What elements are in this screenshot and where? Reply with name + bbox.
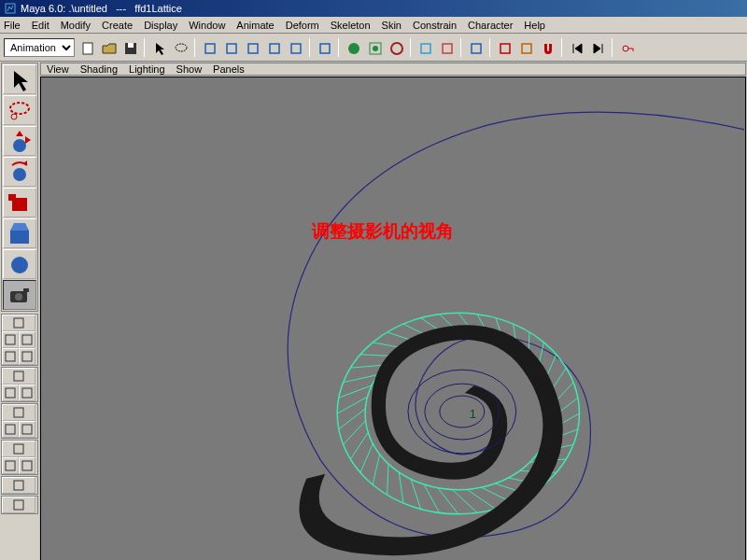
magnet-icon[interactable] [537, 37, 557, 58]
title-sep-dashes: --- [116, 3, 126, 14]
layout-two-side-l[interactable] [2, 385, 19, 401]
main-toolbar: Animation [0, 34, 747, 62]
svg-rect-15 [421, 44, 430, 53]
open-icon[interactable] [98, 37, 119, 58]
go-start-icon[interactable] [566, 37, 586, 58]
svg-rect-19 [522, 44, 531, 53]
svg-rect-1 [83, 43, 92, 54]
layout-four-view-br[interactable] [19, 348, 35, 365]
svg-rect-10 [320, 44, 330, 53]
menu-constrain[interactable]: Constrain [413, 20, 457, 31]
layout-four-view-tr[interactable] [19, 331, 35, 348]
select-tool[interactable] [3, 64, 36, 94]
scale-tool[interactable] [3, 188, 36, 217]
particle-icon[interactable] [436, 37, 457, 58]
svg-rect-46 [14, 481, 23, 490]
manip-tool[interactable] [3, 218, 36, 248]
snap-curve-icon[interactable] [220, 37, 241, 58]
svg-line-61 [424, 484, 439, 512]
menu-modify[interactable]: Modify [61, 20, 91, 31]
layout-script[interactable] [2, 477, 35, 494]
svg-rect-37 [14, 371, 23, 381]
svg-rect-7 [248, 44, 258, 53]
render-icon[interactable] [343, 37, 363, 58]
layout-two-side-r[interactable] [19, 385, 35, 401]
svg-rect-34 [22, 335, 32, 344]
input-conn-icon[interactable] [494, 37, 514, 58]
new-scene-icon[interactable] [77, 37, 97, 58]
svg-line-62 [411, 479, 421, 509]
viewmenu-view[interactable]: View [47, 63, 69, 75]
layout-four-view-tl[interactable] [2, 331, 19, 348]
menu-animate[interactable]: Animate [236, 20, 274, 31]
snap-plane-icon[interactable] [263, 37, 284, 58]
menu-window[interactable]: Window [189, 20, 225, 31]
svg-rect-9 [291, 44, 301, 53]
svg-rect-38 [6, 388, 15, 398]
svg-point-11 [348, 43, 359, 54]
title-file-name: .\untitled [68, 3, 107, 14]
svg-rect-31 [23, 288, 29, 292]
viewmenu-show[interactable]: Show [176, 63, 203, 75]
soft-mod-tool[interactable] [3, 249, 36, 279]
ipr-icon[interactable] [364, 37, 385, 58]
app-icon [4, 2, 17, 15]
menu-edit[interactable]: Edit [32, 20, 49, 31]
snap-live-icon[interactable] [285, 37, 305, 58]
svg-point-28 [11, 257, 28, 273]
field-icon[interactable] [415, 37, 435, 58]
layout-graph-r[interactable] [19, 421, 35, 438]
layout-single-persp[interactable] [2, 315, 35, 331]
svg-point-13 [373, 46, 378, 51]
history-toggle-icon[interactable] [314, 37, 334, 58]
lasso-tool[interactable] [3, 95, 36, 125]
svg-line-65 [373, 455, 379, 484]
layout-dope-r[interactable] [19, 457, 35, 474]
svg-point-30 [15, 293, 22, 301]
title-app: Maya 6.0 [21, 3, 63, 14]
svg-rect-17 [472, 44, 481, 53]
go-end-icon[interactable] [587, 37, 608, 58]
center-label: 1 [470, 407, 476, 421]
sidebar [0, 62, 39, 560]
svg-rect-26 [8, 194, 16, 201]
move-tool[interactable] [3, 126, 36, 156]
svg-point-24 [13, 168, 26, 181]
layout-hyper[interactable] [2, 441, 35, 457]
lasso-icon[interactable] [170, 37, 190, 58]
menu-help[interactable]: Help [524, 20, 545, 31]
viewmenu-shading[interactable]: Shading [80, 63, 118, 75]
viewmenu-panels[interactable]: Panels [213, 63, 245, 75]
menu-skeleton[interactable]: Skeleton [331, 20, 371, 31]
layout-four-view-bl[interactable] [2, 348, 19, 365]
snap-grid-icon[interactable] [199, 37, 219, 58]
save-icon[interactable] [120, 37, 140, 58]
svg-rect-16 [443, 44, 452, 53]
title-context: ffd1Lattice [134, 3, 182, 14]
key-icon[interactable] [616, 37, 637, 58]
menu-display[interactable]: Display [144, 20, 177, 31]
output-conn-icon[interactable] [515, 37, 536, 58]
last-tool[interactable] [3, 280, 36, 310]
select-arrow-icon[interactable] [148, 37, 169, 58]
menu-deform[interactable]: Deform [286, 20, 319, 31]
menu-character[interactable]: Character [468, 20, 513, 31]
inner-ring-3 [440, 396, 485, 427]
layout-persp-out[interactable] [2, 404, 35, 421]
viewmenu-lighting[interactable]: Lighting [129, 63, 165, 75]
menu-skin[interactable]: Skin [382, 20, 402, 31]
layout-dope-l[interactable] [2, 457, 19, 474]
render-globals-icon[interactable] [386, 37, 406, 58]
layout-graph-l[interactable] [2, 421, 19, 438]
svg-rect-44 [6, 461, 15, 470]
hypergraph-icon[interactable] [465, 37, 486, 58]
rotate-tool[interactable] [3, 157, 36, 187]
layout-down-arrow[interactable] [2, 497, 35, 513]
menu-file[interactable]: File [4, 20, 21, 31]
menu-create[interactable]: Create [102, 20, 133, 31]
layout-outliner[interactable] [2, 368, 35, 385]
svg-rect-18 [500, 44, 510, 53]
mode-selector[interactable]: Animation [4, 38, 75, 57]
viewport[interactable]: 1 调整摄影机的视角 [40, 77, 746, 560]
snap-point-icon[interactable] [242, 37, 262, 58]
